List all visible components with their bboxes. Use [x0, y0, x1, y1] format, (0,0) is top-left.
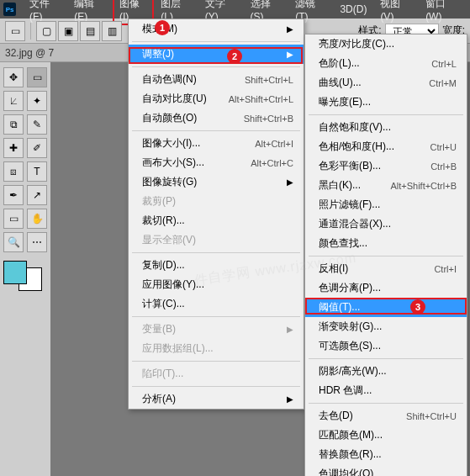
- menu-divider: [132, 386, 300, 387]
- menu-selectivecolor[interactable]: 可选颜色(S)...: [305, 336, 467, 356]
- boolean-sub-icon[interactable]: ▤: [80, 21, 100, 41]
- menu-replacecolor[interactable]: 替换颜色(R)...: [305, 445, 467, 464]
- menu-duplicate[interactable]: 复制(D)...: [129, 256, 304, 275]
- menu-view[interactable]: 视图(V): [373, 0, 419, 25]
- menu-colorbalance[interactable]: 色彩平衡(B)...Ctrl+B: [305, 156, 467, 176]
- healing-tool-icon[interactable]: ✚: [3, 138, 24, 158]
- wand-tool-icon[interactable]: ✦: [27, 91, 47, 111]
- tools-panel: ✥ ▭ ⟀ ✦ ⧉ ✎ ✚ ✐ ⧇ T ✒ ↗ ▭ ✋ 🔍 ⋯: [0, 62, 50, 476]
- zoom-tool-icon[interactable]: 🔍: [3, 232, 24, 252]
- color-swatch[interactable]: [3, 261, 42, 291]
- menu-applydataset: 应用数据组(L)...: [129, 339, 304, 358]
- pen-tool-icon[interactable]: ✒: [3, 185, 24, 205]
- menu-desaturate[interactable]: 去色(D)Shift+Ctrl+U: [305, 406, 467, 426]
- menu-gradientmap[interactable]: 渐变映射(G)...: [305, 317, 467, 336]
- menu-hdrtoning[interactable]: HDR 色调...: [305, 381, 467, 400]
- menu-imagerotate[interactable]: 图像旋转(G)▶: [129, 172, 304, 192]
- adjustments-submenu: 亮度/对比度(C)... 色阶(L)...Ctrl+L 曲线(U)...Ctrl…: [304, 34, 467, 476]
- menu-divider: [132, 361, 300, 362]
- chevron-right-icon: ▶: [287, 50, 293, 59]
- menu-equalize[interactable]: 色调均化(Q): [305, 464, 467, 476]
- ps-logo: Ps: [3, 3, 16, 16]
- boolean-intersect-icon[interactable]: ▥: [102, 21, 122, 41]
- menu-applyimage[interactable]: 应用图像(Y)...: [129, 275, 304, 294]
- menu-threshold[interactable]: 阈值(T)...: [305, 298, 467, 317]
- eyedropper-tool-icon[interactable]: ✎: [27, 114, 47, 135]
- menu-photofilter[interactable]: 照片滤镜(F)...: [305, 195, 467, 214]
- chevron-right-icon: ▶: [287, 24, 293, 34]
- menu-autocolor[interactable]: 自动颜色(O)Shift+Ctrl+B: [129, 108, 304, 128]
- menu-revealall: 显示全部(V): [129, 230, 304, 250]
- shape-tool-icon[interactable]: ▭: [3, 209, 24, 229]
- menu-imagesize[interactable]: 图像大小(I)...Alt+Ctrl+I: [129, 134, 304, 153]
- menu-divider: [309, 403, 463, 404]
- menu-3d[interactable]: 3D(D): [333, 1, 373, 18]
- menu-divider: [309, 256, 463, 257]
- menu-autotone[interactable]: 自动色调(N)Shift+Ctrl+L: [129, 70, 304, 89]
- type-tool-icon[interactable]: T: [27, 161, 47, 182]
- move-tool-icon[interactable]: ✥: [3, 67, 24, 87]
- menu-canvassize[interactable]: 画布大小(S)...Alt+Ctrl+C: [129, 153, 304, 172]
- menu-exposure[interactable]: 曝光度(E)...: [305, 93, 467, 112]
- menu-analysis[interactable]: 分析(A)▶: [129, 389, 304, 409]
- menu-divider: [132, 41, 300, 42]
- menu-levels[interactable]: 色阶(L)...Ctrl+L: [305, 54, 467, 73]
- menu-divider: [132, 316, 300, 317]
- menu-trim[interactable]: 裁切(R)...: [129, 211, 304, 230]
- menubar: Ps 文件(F) 编辑(E) 图像(I) 图层(L) 文字(Y) 选择(S) 滤…: [0, 0, 470, 19]
- lasso-tool-icon[interactable]: ⟀: [3, 91, 24, 111]
- menu-divider: [132, 66, 300, 67]
- menu-window[interactable]: 窗口(W): [419, 0, 467, 25]
- chevron-right-icon: ▶: [287, 394, 293, 404]
- menu-colorlookup[interactable]: 颜色查找...: [305, 234, 467, 253]
- menu-divider: [309, 358, 463, 359]
- menu-crop: 裁剪(P): [129, 192, 304, 211]
- callout-2: 2: [227, 49, 242, 64]
- menu-posterize[interactable]: 色调分离(P)...: [305, 278, 467, 298]
- marquee-tool-icon[interactable]: ▭: [27, 67, 47, 87]
- menu-matchcolor[interactable]: 匹配颜色(M)...: [305, 426, 467, 445]
- hand-tool-icon[interactable]: ✋: [27, 209, 47, 229]
- fg-color-icon[interactable]: [3, 261, 27, 284]
- menu-calculations[interactable]: 计算(C)...: [129, 294, 304, 314]
- menu-shadowhighlight[interactable]: 阴影/高光(W)...: [305, 362, 467, 381]
- menu-blackwhite[interactable]: 黑白(K)...Alt+Shift+Ctrl+B: [305, 176, 467, 195]
- menu-adjustments[interactable]: 调整(J)▶: [129, 45, 304, 64]
- menu-channelmixer[interactable]: 通道混合器(X)...: [305, 214, 467, 234]
- menu-divider: [309, 114, 463, 115]
- stamp-tool-icon[interactable]: ⧇: [3, 161, 24, 182]
- separator: [30, 23, 31, 40]
- menu-brightness-contrast[interactable]: 亮度/对比度(C)...: [305, 34, 467, 54]
- menu-invert[interactable]: 反相(I)Ctrl+I: [305, 259, 467, 278]
- boolean-add-icon[interactable]: ▣: [58, 21, 78, 41]
- callout-3: 3: [410, 299, 425, 315]
- callout-1: 1: [155, 20, 170, 35]
- menu-trap: 陷印(T)...: [129, 364, 304, 383]
- crop-tool-icon[interactable]: ⧉: [3, 114, 24, 135]
- brush-tool-icon[interactable]: ✐: [27, 138, 47, 158]
- menu-variables: 变量(B)▶: [129, 320, 304, 339]
- edit-toolbar-icon[interactable]: ⋯: [27, 232, 47, 252]
- menu-divider: [132, 252, 300, 253]
- menu-divider: [132, 130, 300, 131]
- boolean-new-icon[interactable]: ▢: [36, 21, 56, 41]
- chevron-right-icon: ▶: [287, 177, 293, 187]
- menu-curves[interactable]: 曲线(U)...Ctrl+M: [305, 73, 467, 93]
- menu-vibrance[interactable]: 自然饱和度(V)...: [305, 118, 467, 137]
- marquee-preset-icon[interactable]: ▭: [5, 21, 25, 41]
- chevron-right-icon: ▶: [287, 325, 293, 334]
- image-menu-popup: 模式(M)▶ 调整(J)▶ 自动色调(N)Shift+Ctrl+L 自动对比度(…: [128, 19, 304, 410]
- menu-huesat[interactable]: 色相/饱和度(H)...Ctrl+U: [305, 137, 467, 156]
- menu-autocontrast[interactable]: 自动对比度(U)Alt+Shift+Ctrl+L: [129, 89, 304, 108]
- path-tool-icon[interactable]: ↗: [27, 185, 47, 205]
